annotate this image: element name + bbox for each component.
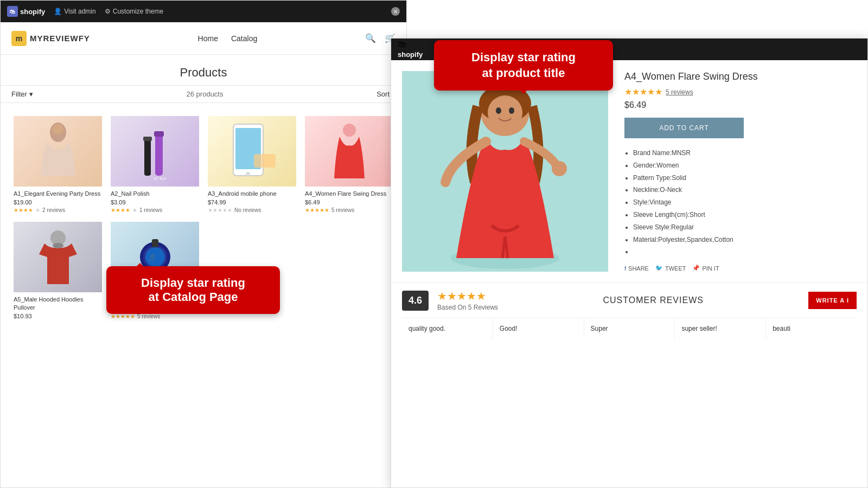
visit-admin-link[interactable]: 👤 Visit admin — [54, 8, 95, 15]
product-name: A1_Elegant Evening Party Dress — [14, 190, 102, 197]
review-card: beauti — [766, 318, 857, 339]
rating-stars-block: ★★★★★ Based On 5 Reviews — [437, 290, 498, 311]
filter-button[interactable]: Filter ▾ — [11, 90, 33, 98]
review-card: Super — [584, 318, 675, 339]
right-panel: 🛍 shopify m MY — [391, 38, 868, 488]
product-image — [14, 222, 102, 292]
svg-text:609: 609 — [142, 181, 148, 181]
sort-label: Sort — [376, 90, 390, 98]
right-shopify-bag-icon: 🛍 — [398, 40, 423, 49]
svg-point-1 — [53, 124, 63, 134]
spec-gender: Gender:Women — [633, 159, 857, 172]
stars-row: ★★★★★ 1 reviews — [111, 207, 199, 213]
reviews-section: 4.6 ★★★★★ Based On 5 Reviews CUSTOMER RE… — [391, 282, 867, 345]
store-nav: Home Catalog — [198, 34, 258, 43]
share-label: SHARE — [628, 265, 649, 272]
product-image — [305, 116, 393, 187]
list-item[interactable]: A1_Elegant Evening Party Dress $19.00 ★★… — [9, 112, 106, 217]
nav-home[interactable]: Home — [198, 34, 218, 43]
right-shopify-text: shopify — [398, 50, 423, 59]
list-item[interactable]: A4_Women Flare Swing Dress $6.49 ★★★★★ 5… — [301, 112, 398, 217]
facebook-icon: f — [624, 265, 626, 272]
rating-badge: 4.6 — [402, 291, 429, 311]
close-button[interactable]: ✕ — [391, 7, 400, 16]
svg-point-12 — [343, 124, 356, 137]
review-card: Good! — [493, 318, 584, 339]
store-header: m MYREVIEWFY Home Catalog 🔍 🛒 — [1, 22, 406, 55]
customer-reviews-title: CUSTOMER REVIEWS — [507, 296, 800, 305]
review-count: 5 reviews — [331, 207, 354, 213]
review-card: quality good. — [402, 318, 493, 339]
store-logo[interactable]: m MYREVIEWFY — [11, 31, 90, 46]
callout-product-line1: Display star rating — [447, 50, 600, 66]
review-count: 5 reviews — [137, 313, 160, 319]
shopify-bag-icon: 🛍 — [7, 6, 18, 17]
product-price: $3.09 — [111, 199, 199, 206]
facebook-share-button[interactable]: f SHARE — [624, 265, 649, 272]
list-item[interactable]: A3_Android mobile phone $74.99 ★★★★★ No … — [203, 112, 301, 217]
write-ai-button[interactable]: WRITE A I — [808, 292, 857, 309]
svg-point-27 — [496, 107, 501, 114]
svg-point-10 — [246, 172, 250, 176]
pinterest-icon: 📌 — [692, 265, 700, 272]
filter-sort-bar: Filter ▾ 26 products Sort ▾ — [1, 85, 406, 103]
left-panel: 🛍 shopify 👤 Visit admin ⚙ Customize them… — [0, 0, 407, 488]
svg-rect-2 — [144, 138, 151, 176]
spec-sleeve-style: Sleeve Style:Regular — [633, 221, 857, 234]
twitter-icon: 🐦 — [655, 265, 663, 272]
list-item[interactable]: 609 N° 414 A2_Nail Polish $3.09 ★★★★★ 1 … — [106, 112, 203, 217]
product-price: $19.00 — [14, 199, 102, 206]
spec-neckline: Neckline:O-Neck — [633, 184, 857, 196]
svg-rect-4 — [155, 132, 163, 176]
filter-chevron-icon: ▾ — [29, 90, 33, 98]
product-specs: Brand Name:MNSR Gender:Women Pattern Typ… — [624, 147, 857, 258]
callout-catalog: Display star rating at Catalog Page — [106, 266, 280, 314]
star-rating: ★★★★ — [14, 207, 33, 213]
svg-point-28 — [509, 107, 514, 114]
product-price: $6.49 — [305, 199, 393, 206]
stars-row: ★★★★★ 5 reviews — [305, 207, 393, 213]
spec-style: Style:Vintage — [633, 196, 857, 209]
reviews-link[interactable]: 5 reviews — [666, 88, 693, 96]
product-detail-image — [402, 71, 608, 272]
shopify-text: shopify — [20, 8, 45, 16]
callout-product-title: Display star rating at product title — [434, 40, 613, 91]
review-cards: quality good. Good! Super super seller! … — [402, 318, 857, 339]
list-item[interactable]: A5_Male Hooded Hoodies Pullover $10.93 — [9, 217, 106, 324]
spec-pattern: Pattern Type:Solid — [633, 172, 857, 184]
tweet-label: TWEET — [665, 265, 686, 272]
product-image — [208, 116, 296, 187]
customize-theme-link[interactable]: ⚙ Customize theme — [105, 8, 163, 15]
svg-point-26 — [488, 95, 522, 130]
star-rating: ★★★★ — [111, 207, 130, 213]
review-card: super seller! — [675, 318, 766, 339]
stars-row: ★★★★★ No reviews — [208, 207, 296, 213]
pin-label: PIN IT — [702, 265, 719, 272]
stars-row: ★★★★★ 5 reviews — [111, 313, 199, 319]
review-count: 2 reviews — [42, 207, 65, 213]
product-detail-stars-row: ★★★★★ 5 reviews — [624, 87, 857, 97]
products-title: Products — [1, 55, 406, 85]
nav-catalog[interactable]: Catalog — [231, 34, 257, 43]
product-image — [14, 116, 102, 187]
product-name: A4_Women Flare Swing Dress — [305, 190, 393, 197]
svg-rect-11 — [254, 154, 276, 168]
filter-label: Filter — [11, 90, 27, 98]
star-rating: ★★★★★ — [305, 207, 329, 213]
svg-text:🎵: 🎵 — [149, 254, 156, 261]
spec-brand: Brand Name:MNSR — [633, 147, 857, 159]
twitter-share-button[interactable]: 🐦 TWEET — [655, 265, 686, 272]
svg-rect-3 — [143, 137, 152, 141]
reviews-header: 4.6 ★★★★★ Based On 5 Reviews CUSTOMER RE… — [402, 290, 857, 311]
callout-catalog-line1: Display star rating — [119, 276, 267, 290]
right-shopify-logo: 🛍 shopify — [398, 40, 423, 59]
search-icon[interactable]: 🔍 — [365, 33, 376, 43]
products-count: 26 products — [33, 90, 376, 98]
product-price: $10.93 — [14, 313, 102, 319]
admin-icon: 👤 — [54, 8, 62, 15]
pinterest-share-button[interactable]: 📌 PIN IT — [692, 265, 719, 272]
star-rating: ★★★★★ — [208, 207, 232, 213]
add-to-cart-button[interactable]: ADD TO CART — [624, 118, 744, 138]
review-count: 1 reviews — [139, 207, 162, 213]
review-count: No reviews — [234, 207, 261, 213]
